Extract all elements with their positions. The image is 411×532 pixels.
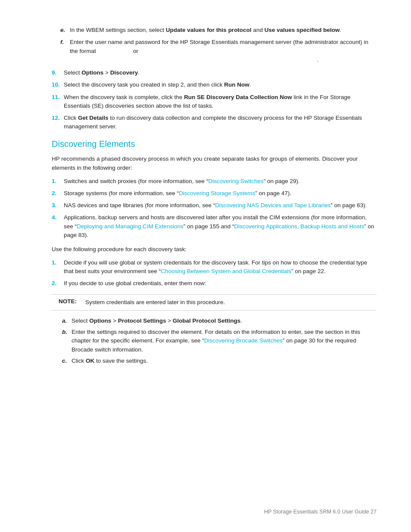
proc-step-2-content: If you decide to use global credentials,… bbox=[64, 279, 377, 288]
order-item-3-num: 3. bbox=[52, 201, 64, 210]
proc-step-1-content: Decide if you will use global or system … bbox=[64, 258, 377, 276]
link-discovering-storage-systems[interactable]: Discovering Storage Systems bbox=[179, 190, 255, 196]
intro-text: HP recommends a phased discovery process… bbox=[52, 154, 377, 173]
order-item-2: 2. Storage systems (for more information… bbox=[52, 189, 377, 198]
order-list: 1. Switches and switch proxies (for more… bbox=[52, 177, 377, 240]
top-letter-items: e. In the WBEM settings section, select … bbox=[60, 26, 377, 64]
letter-item-e: e. In the WBEM settings section, select … bbox=[60, 26, 377, 34]
run-se-bold: Run SE Discovery Data Collection Now bbox=[184, 94, 292, 100]
step-12-content: Click Get Details to run discovery data … bbox=[64, 114, 377, 131]
step-10: 10. Select the discovery task you create… bbox=[52, 81, 377, 89]
proc-step-1: 1. Decide if you will use global or syst… bbox=[52, 258, 377, 276]
section-heading-discovering-elements: Discovering Elements bbox=[52, 139, 377, 149]
page: e. In the WBEM settings section, select … bbox=[0, 0, 411, 532]
order-item-1-content: Switches and switch proxies (for more in… bbox=[64, 177, 377, 186]
order-item-3-content: NAS devices and tape libraries (for more… bbox=[64, 201, 377, 210]
sub-step-c-content: Click OK to save the settings. bbox=[72, 357, 377, 365]
note-box: NOTE: System credentials are entered lat… bbox=[52, 294, 377, 311]
sub-steps: a. Select Options > Protocol Settings > … bbox=[62, 317, 377, 365]
step-9-num: 9. bbox=[52, 68, 64, 77]
get-details-bold: Get Details bbox=[78, 115, 109, 121]
letter-content-e: In the WBEM settings section, select Upd… bbox=[70, 26, 377, 34]
sub-step-c: c. Click OK to save the settings. bbox=[62, 357, 377, 365]
letter-content-f: Enter the user name and password for the… bbox=[70, 38, 377, 64]
procedure-steps: 1. Decide if you will use global or syst… bbox=[52, 258, 377, 288]
note-content: System credentials are entered later in … bbox=[85, 298, 370, 307]
bold-update-values: Update values for this protocol bbox=[166, 27, 252, 33]
letter-label-e: e. bbox=[60, 26, 70, 34]
ok-bold: OK bbox=[86, 358, 94, 364]
note-label: NOTE: bbox=[59, 298, 80, 305]
step-10-content: Select the discovery task you created in… bbox=[64, 81, 377, 89]
bold-use-values: Use values specified below bbox=[265, 27, 340, 33]
order-item-3: 3. NAS devices and tape libraries (for m… bbox=[52, 201, 377, 210]
sub-step-b-content: Enter the settings required to discover … bbox=[72, 328, 377, 354]
link-deploying-cim[interactable]: Deploying and Managing CIM Extensions bbox=[77, 223, 184, 230]
link-choosing-credentials[interactable]: Choosing Between System and Global Crede… bbox=[161, 268, 291, 274]
proc-step-1-num: 1. bbox=[52, 258, 64, 276]
sub-step-b: b. Enter the settings required to discov… bbox=[62, 328, 377, 354]
letter-label-f: f. bbox=[60, 38, 70, 64]
run-now-bold: Run Now bbox=[224, 81, 249, 88]
sub-step-a: a. Select Options > Protocol Settings > … bbox=[62, 317, 377, 325]
letter-item-f: f. Enter the user name and password for … bbox=[60, 38, 377, 64]
options-bold: Options bbox=[81, 69, 103, 76]
step-11-content: When the discovery task is complete, cli… bbox=[64, 93, 377, 111]
footer: HP Storage Essentials SRM 6.0 User Guide… bbox=[264, 509, 377, 515]
order-item-2-num: 2. bbox=[52, 189, 64, 198]
step-11-num: 11. bbox=[52, 93, 64, 111]
sub-step-a-label: a. bbox=[62, 317, 72, 325]
order-item-1: 1. Switches and switch proxies (for more… bbox=[52, 177, 377, 186]
proc-step-2-num: 2. bbox=[52, 279, 64, 288]
global-protocol-bold: Global Protocol Settings bbox=[173, 317, 241, 324]
step-11: 11. When the discovery task is complete,… bbox=[52, 93, 377, 111]
sub-step-a-content: Select Options > Protocol Settings > Glo… bbox=[72, 317, 377, 325]
step-9-content: Select Options > Discovery. bbox=[64, 68, 377, 77]
step-12-num: 12. bbox=[52, 114, 64, 131]
link-discovering-brocade-switches[interactable]: Discovering Brocade Switches bbox=[204, 337, 283, 344]
step-9: 9. Select Options > Discovery. bbox=[52, 68, 377, 77]
link-discovering-nas-devices[interactable]: Discovering NAS Devices and Tape Librari… bbox=[215, 202, 330, 208]
sub-step-c-label: c. bbox=[62, 357, 72, 365]
step-12: 12. Click Get Details to run discovery d… bbox=[52, 114, 377, 131]
order-item-1-num: 1. bbox=[52, 177, 64, 186]
order-item-2-content: Storage systems (for more information, s… bbox=[64, 189, 377, 198]
order-item-4-num: 4. bbox=[52, 213, 64, 240]
link-discovering-switches[interactable]: Discovering Switches bbox=[208, 178, 263, 184]
link-discovering-apps-backup[interactable]: Discovering Applications, Backup Hosts a… bbox=[234, 223, 364, 230]
discovery-bold: Discovery bbox=[110, 69, 138, 76]
order-item-4: 4. Applications, backup servers and host… bbox=[52, 213, 377, 240]
protocol-settings-bold: Protocol Settings bbox=[118, 317, 166, 324]
step-10-num: 10. bbox=[52, 81, 64, 89]
procedure-text: Use the following procedure for each dis… bbox=[52, 245, 377, 254]
order-item-4-content: Applications, backup servers and hosts a… bbox=[64, 213, 377, 240]
proc-step-2: 2. If you decide to use global credentia… bbox=[52, 279, 377, 288]
options-bold-a: Options bbox=[89, 317, 111, 324]
numbered-steps-top: 9. Select Options > Discovery. 10. Selec… bbox=[52, 68, 377, 131]
sub-step-b-label: b. bbox=[62, 328, 72, 354]
